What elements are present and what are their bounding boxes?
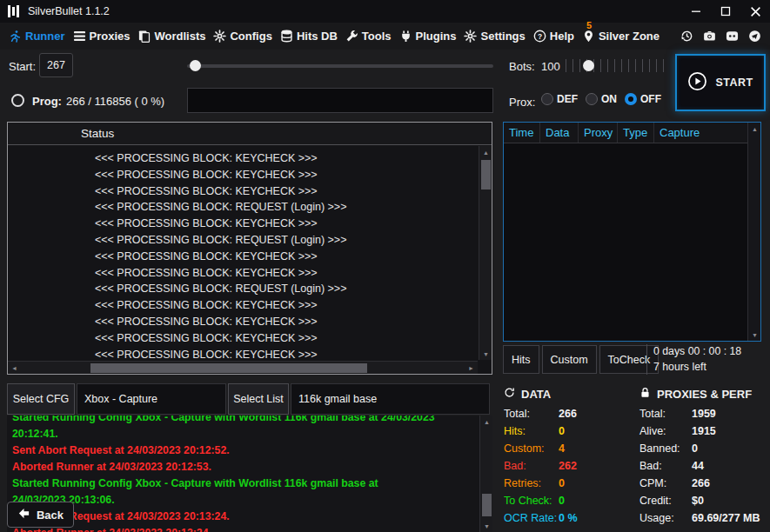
window-controls bbox=[681, 0, 770, 23]
proxy-stats-header: PROXIES & PERF bbox=[639, 385, 768, 402]
data-stat-hits: Hits: 0 bbox=[504, 422, 636, 440]
log-line: Started Running Config Xbox - Capture wi… bbox=[12, 475, 475, 492]
nav-item-help[interactable]: ? Help bbox=[533, 30, 574, 43]
proxy-stats-panel: PROXIES & PERF Total: 1959 Alive: 1915 B… bbox=[639, 385, 768, 527]
scrollbar-thumb[interactable] bbox=[90, 363, 367, 373]
lock-icon bbox=[639, 387, 651, 401]
results-table: TimeDataProxyTypeCapture bbox=[503, 122, 761, 342]
skip-slider-thumb[interactable] bbox=[190, 60, 201, 71]
config-value-box[interactable]: Xbox - Capture bbox=[77, 383, 226, 415]
toolbar-icons bbox=[678, 29, 763, 44]
scroll-up-icon[interactable] bbox=[748, 123, 761, 135]
skip-slider[interactable] bbox=[187, 64, 493, 68]
nav-item-wordlists[interactable]: Wordlists bbox=[137, 30, 205, 43]
proxy-stat-credit: Credit: $0 bbox=[639, 492, 768, 509]
scrollbar-thumb[interactable] bbox=[481, 160, 491, 190]
navbar: Runner Proxies Wordlists Configs Hits DB bbox=[0, 23, 770, 50]
scroll-right-icon[interactable] bbox=[465, 362, 478, 375]
tools-icon bbox=[345, 30, 358, 43]
toolbar-telegram[interactable] bbox=[746, 29, 763, 44]
bots-slider[interactable] bbox=[566, 59, 666, 72]
start-label: Start: bbox=[9, 60, 36, 73]
start-input[interactable]: 267 bbox=[39, 53, 73, 77]
nav-item-settings[interactable]: Settings bbox=[464, 30, 525, 43]
titlebar: SilverBullet 1.1.2 bbox=[0, 0, 770, 23]
status-line: <<< PROCESSING BLOCK: REQUEST (Login) >>… bbox=[95, 199, 478, 216]
scroll-down-icon[interactable] bbox=[480, 520, 492, 532]
scrollbar-corner bbox=[478, 360, 492, 374]
data-stats-header: DATA bbox=[504, 385, 636, 402]
col-capture[interactable]: Capture bbox=[654, 123, 747, 143]
scrollbar-thumb[interactable] bbox=[482, 494, 492, 516]
back-button[interactable]: Back bbox=[7, 502, 74, 528]
select-list-button[interactable]: Select List bbox=[228, 383, 289, 415]
play-icon bbox=[687, 71, 707, 95]
proxy-stat-usage: Usage: 69.69/277 MB bbox=[639, 509, 768, 527]
bots-value[interactable]: 100 bbox=[541, 60, 560, 73]
data-stat-to-check: To Check: 0 bbox=[504, 492, 636, 509]
camera-icon bbox=[703, 30, 716, 43]
close-button[interactable] bbox=[740, 0, 770, 23]
scroll-up-icon[interactable] bbox=[480, 416, 492, 428]
nav-item-configs[interactable]: Configs bbox=[213, 30, 271, 43]
data-stat-retries: Retries: 0 bbox=[504, 475, 636, 492]
proxy-stats-title: PROXIES & PERF bbox=[657, 388, 752, 401]
scroll-left-icon[interactable] bbox=[8, 362, 21, 375]
status-line: <<< PROCESSING BLOCK: REQUEST (Login) >>… bbox=[95, 281, 478, 297]
scroll-down-icon[interactable] bbox=[748, 329, 761, 341]
proxy-option-off[interactable]: OFF bbox=[625, 93, 661, 105]
start-button[interactable]: START bbox=[675, 54, 766, 111]
status-line: <<< PROCESSING BLOCK: KEYCHECK >>> bbox=[95, 216, 478, 232]
progress-text: Prog: 266 / 116856 ( 0 %) bbox=[32, 95, 164, 108]
minimize-button[interactable] bbox=[681, 0, 711, 23]
col-proxy[interactable]: Proxy bbox=[579, 123, 618, 143]
proxies-icon bbox=[73, 30, 86, 43]
select-config-button[interactable]: Select CFG bbox=[7, 383, 75, 415]
col-type[interactable]: Type bbox=[618, 123, 654, 143]
nav-item-hits-db[interactable]: Hits DB bbox=[280, 30, 338, 43]
data-stats-title: DATA bbox=[521, 388, 551, 401]
nav-item-plugins[interactable]: Plugins bbox=[399, 30, 457, 43]
svg-text:?: ? bbox=[538, 32, 542, 41]
nav-item-tools[interactable]: Tools bbox=[345, 30, 392, 43]
toolbar-camera[interactable] bbox=[700, 29, 718, 44]
tab-hits[interactable]: Hits bbox=[503, 345, 539, 374]
nav-item-runner[interactable]: Runner bbox=[9, 30, 65, 43]
progress-radio-icon[interactable] bbox=[11, 94, 24, 107]
back-button-label: Back bbox=[37, 509, 64, 522]
nav-item-silver-zone[interactable]: Silver Zone 5 bbox=[582, 30, 660, 43]
toolbar-discord[interactable] bbox=[723, 29, 740, 44]
proxy-option-def[interactable]: DEF bbox=[541, 93, 578, 105]
configs-icon bbox=[213, 30, 226, 43]
radio-icon bbox=[625, 93, 637, 105]
telegram-icon bbox=[748, 30, 761, 43]
log-line: 20:12:41. bbox=[12, 426, 475, 442]
refresh-icon bbox=[504, 387, 515, 401]
wordlist-value-box[interactable]: 116k gmail base bbox=[291, 383, 490, 415]
status-column-header[interactable]: Status bbox=[8, 123, 492, 145]
maximize-button[interactable] bbox=[711, 0, 740, 23]
log-line: Sent Abort Request at 24/03/2023 20:13:2… bbox=[12, 509, 475, 525]
scroll-down-icon[interactable] bbox=[479, 348, 492, 360]
scroll-up-icon[interactable] bbox=[479, 146, 492, 158]
results-tabs: HitsCustomToCheck bbox=[503, 345, 659, 374]
tab-custom[interactable]: Custom bbox=[542, 345, 597, 374]
status-vertical-scrollbar[interactable] bbox=[479, 146, 492, 360]
col-time[interactable]: Time bbox=[504, 123, 540, 143]
bots-slider-thumb[interactable] bbox=[583, 60, 594, 71]
status-line: <<< PROCESSING BLOCK: KEYCHECK >>> bbox=[95, 150, 478, 167]
proxy-option-on[interactable]: ON bbox=[586, 93, 617, 105]
window-title: SilverBullet 1.1.2 bbox=[28, 5, 110, 17]
nav-item-proxies[interactable]: Proxies bbox=[73, 30, 131, 43]
results-vertical-scrollbar[interactable] bbox=[747, 123, 760, 341]
toolbar-history[interactable] bbox=[678, 29, 695, 44]
status-line: <<< PROCESSING BLOCK: KEYCHECK >>> bbox=[95, 167, 478, 183]
proxy-mode-radios: DEF ON OFF bbox=[541, 93, 661, 105]
status-line: <<< PROCESSING BLOCK: KEYCHECK >>> bbox=[95, 265, 478, 282]
log-vertical-scrollbar[interactable] bbox=[479, 416, 492, 532]
status-horizontal-scrollbar[interactable] bbox=[8, 361, 478, 374]
bots-label: Bots: bbox=[509, 60, 535, 73]
status-line: <<< PROCESSING BLOCK: REQUEST (Login) >>… bbox=[95, 232, 478, 249]
settings-icon bbox=[464, 30, 477, 43]
col-data[interactable]: Data bbox=[540, 123, 579, 143]
